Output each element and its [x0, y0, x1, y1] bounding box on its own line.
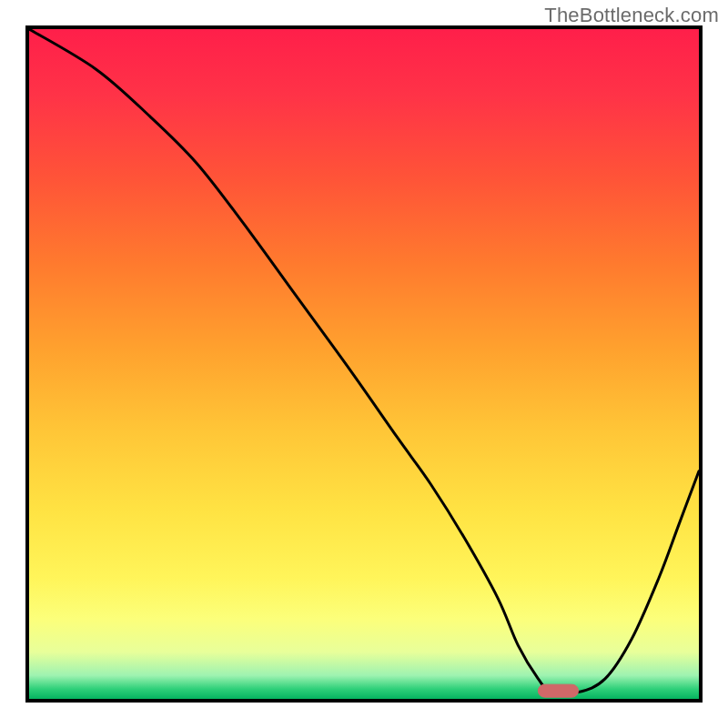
watermark-text: TheBottleneck.com [544, 4, 719, 27]
chart-svg [29, 29, 699, 699]
chart-frame: TheBottleneck.com [0, 0, 728, 728]
plot-area [25, 25, 703, 703]
optimal-marker [538, 684, 578, 697]
gradient-background [29, 29, 699, 699]
